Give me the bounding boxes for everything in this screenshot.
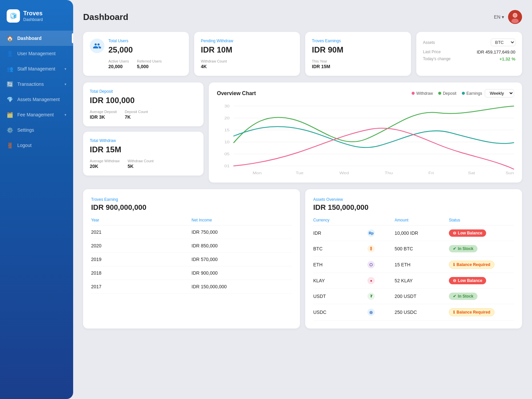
badge-icon: ✔ bbox=[453, 246, 456, 251]
assets-table-row: USDC ◎ 250 USDC ℹ Balance Required bbox=[313, 304, 514, 321]
assets-card: Assets BTCETHUSDT Last Price IDR 459,177… bbox=[416, 32, 522, 76]
sidebar-item-dashboard[interactable]: 🏠 Dashboard bbox=[0, 31, 73, 46]
earnings-value: IDR 900,000,000 bbox=[91, 203, 292, 212]
avg-withdraw-value: 20K bbox=[90, 164, 120, 169]
total-withdraw-value: IDR 15M bbox=[90, 145, 197, 154]
bottom-row: Troves Earning IDR 900,000,000 Year Net … bbox=[83, 189, 522, 329]
svg-text:Tue: Tue bbox=[296, 171, 304, 175]
lang-select[interactable]: EN ▾ bbox=[494, 14, 504, 20]
total-users-card: Total Users 25,000 Active Users 20,000 R… bbox=[83, 32, 189, 76]
currency-icon-cell: ⬡ bbox=[367, 261, 395, 268]
total-deposit-card: Total Deposit IDR 100,000 Average Deposi… bbox=[83, 82, 203, 126]
svg-text:20: 20 bbox=[224, 116, 230, 120]
main-content: Dashboard EN ▾ bbox=[73, 0, 532, 399]
amount-cell: 250 USDC bbox=[395, 310, 449, 315]
status-cell: ✔ In Stock bbox=[449, 293, 514, 300]
mid-row: Total Deposit IDR 100,000 Average Deposi… bbox=[83, 82, 522, 183]
troves-earnings-label: Troves Earnings bbox=[312, 39, 404, 43]
assets-overview-value: IDR 150,000,000 bbox=[313, 203, 514, 212]
year-cell: 2020 bbox=[91, 243, 192, 248]
assets-overview-label: Assets Overview bbox=[313, 197, 514, 202]
year-cell: 2018 bbox=[91, 270, 192, 276]
chart-header: Overview Chart Withdraw Deposit Earnings bbox=[217, 89, 514, 97]
status-badge: ✔ In Stock bbox=[449, 245, 477, 252]
todays-change-value: +1.32 % bbox=[499, 57, 515, 62]
troves-earnings-value: IDR 90M bbox=[312, 45, 404, 55]
sidebar-item-fee-management[interactable]: 🗂️ Fee Management ▾ bbox=[0, 107, 73, 122]
amount-cell: 52 KLAY bbox=[395, 278, 449, 283]
earnings-rows: 2021 IDR 750,000 2020 IDR 850,000 2019 I… bbox=[91, 225, 292, 294]
currency-col-header: Currency bbox=[313, 218, 367, 222]
total-users-label: Total Users bbox=[108, 39, 162, 43]
header: Dashboard EN ▾ bbox=[83, 10, 522, 24]
earnings-card: Troves Earning IDR 900,000,000 Year Net … bbox=[83, 189, 300, 329]
currency-icon-cell: ● bbox=[367, 277, 395, 284]
nav-icon: 💎 bbox=[7, 96, 13, 103]
earnings-label: Earnings bbox=[466, 91, 482, 96]
withdraw-label: Withdraw bbox=[416, 91, 433, 96]
assets-overview-card: Assets Overview IDR 150,000,000 Currency… bbox=[305, 189, 522, 329]
users-icon bbox=[90, 39, 104, 53]
income-cell: IDR 150,000,000 bbox=[192, 284, 292, 289]
legend-deposit: Deposit bbox=[438, 91, 457, 96]
badge-label: In Stock bbox=[458, 246, 473, 251]
svg-text:Thu: Thu bbox=[385, 171, 393, 175]
currency-cell: KLAY bbox=[313, 278, 367, 283]
stats-grid: Total Users 25,000 Active Users 20,000 R… bbox=[83, 32, 522, 76]
nav-icon: 🗂️ bbox=[7, 111, 13, 118]
pending-withdraw-label: Pending Withdraw bbox=[201, 39, 293, 43]
sidebar-item-settings[interactable]: ⚙️ Settings bbox=[0, 122, 73, 138]
app-name: Troves bbox=[23, 10, 43, 17]
sidebar-item-staff-management[interactable]: 👥 Staff Management ▾ bbox=[0, 61, 73, 76]
svg-text:Wed: Wed bbox=[339, 171, 349, 175]
status-cell: ✔ In Stock bbox=[449, 245, 514, 252]
assets-table-row: USDT ₮ 200 USDT ✔ In Stock bbox=[313, 289, 514, 304]
chevron-down-icon: ▾ bbox=[502, 14, 504, 20]
currency-icon: ₮ bbox=[367, 293, 375, 300]
sidebar-item-transactions[interactable]: 🔄 Transactions ▾ bbox=[0, 76, 73, 92]
nav-icon: 🏠 bbox=[7, 35, 13, 42]
assets-coin-select[interactable]: BTCETHUSDT bbox=[491, 39, 515, 46]
last-price-label: Last Price bbox=[423, 50, 441, 55]
sidebar-item-logout[interactable]: 🚪 Logout bbox=[0, 138, 73, 153]
amount-cell: 500 BTC bbox=[395, 246, 449, 251]
badge-label: In Stock bbox=[458, 294, 473, 299]
income-cell: IDR 750,000 bbox=[192, 229, 292, 235]
sidebar-item-assets-management[interactable]: 💎 Assets Management bbox=[0, 92, 73, 107]
assets-table-row: ETH ⬡ 15 ETH ℹ Balance Required bbox=[313, 257, 514, 273]
avatar[interactable] bbox=[508, 10, 522, 24]
todays-change-label: Today's change bbox=[423, 57, 451, 62]
chart-period-select[interactable]: WeeklyMonthlyYearly bbox=[485, 89, 514, 97]
svg-text:Sat: Sat bbox=[468, 171, 475, 175]
assets-rows: IDR Rp 10,000 IDR ⊖ Low Balance BTC ₿ 50… bbox=[313, 225, 514, 321]
status-col-header: Status bbox=[449, 218, 514, 222]
svg-text:30: 30 bbox=[224, 104, 230, 108]
currency-cell: USDT bbox=[313, 294, 367, 299]
avg-withdraw-label: Average Withdraw bbox=[90, 159, 120, 163]
badge-icon: ℹ bbox=[453, 262, 455, 267]
withdraw-count-label2: Withdraw Count bbox=[128, 159, 154, 163]
earnings-label: Troves Earning bbox=[91, 197, 292, 202]
line-chart-svg: 30 20 15 10 05 01 Mon Tue Wed bbox=[217, 103, 514, 176]
status-badge: ⊖ Low Balance bbox=[449, 277, 486, 284]
nav-label: Staff Management bbox=[17, 66, 55, 71]
total-withdraw-label: Total Withdraw bbox=[90, 138, 197, 143]
pending-withdraw-card: Pending Withdraw IDR 10M Withdraw Count … bbox=[194, 32, 300, 76]
currency-cell: IDR bbox=[313, 230, 367, 236]
withdraw-count-value: 4K bbox=[201, 64, 293, 69]
nav-icon: 👥 bbox=[7, 66, 13, 72]
currency-icon-cell: Rp bbox=[367, 229, 395, 237]
status-cell: ℹ Balance Required bbox=[449, 308, 514, 316]
income-cell: IDR 900,000 bbox=[192, 270, 292, 276]
currency-icon: ⬡ bbox=[367, 261, 375, 268]
header-right: EN ▾ bbox=[494, 10, 522, 24]
nav-label: Dashboard bbox=[17, 36, 42, 41]
withdraw-dot bbox=[412, 92, 415, 95]
badge-icon: ⊖ bbox=[453, 278, 456, 283]
nav-icon: 🚪 bbox=[7, 142, 13, 149]
nav-label: Fee Management bbox=[17, 112, 54, 117]
total-withdraw-card: Total Withdraw IDR 15M Average Withdraw … bbox=[83, 132, 203, 176]
chevron-icon: ▾ bbox=[65, 113, 66, 117]
sidebar-item-user-management[interactable]: 👤 User Management bbox=[0, 46, 73, 61]
chart-legend: Withdraw Deposit Earnings bbox=[412, 91, 482, 96]
